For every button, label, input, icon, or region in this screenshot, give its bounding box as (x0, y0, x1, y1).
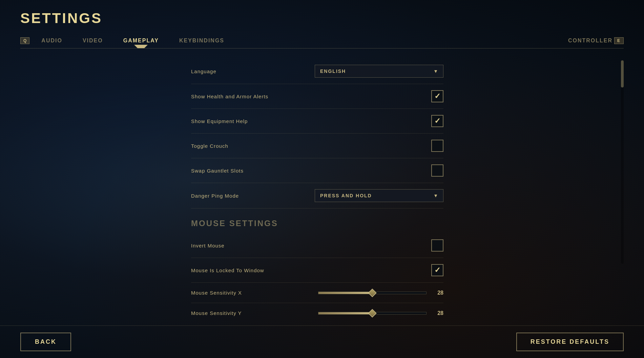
swap-gauntlet-control (293, 164, 443, 177)
invert-mouse-row: Invert Mouse (191, 233, 443, 258)
main-content: Language ENGLISH ▼ Show Health and Armor… (0, 48, 644, 325)
mouse-sensitivity-y-slider-container: 28 (293, 310, 443, 316)
mouse-locked-checkbox[interactable] (431, 264, 443, 276)
back-button[interactable]: BACK (20, 333, 71, 351)
language-dropdown[interactable]: ENGLISH ▼ (315, 65, 443, 78)
language-value: ENGLISH (320, 68, 433, 74)
invert-mouse-label: Invert Mouse (191, 243, 293, 248)
equipment-help-label: Show Equipment Help (191, 118, 293, 124)
page-title: SETTINGS (20, 10, 624, 26)
key-left[interactable]: Q (20, 37, 29, 44)
mouse-sensitivity-y-slider[interactable] (318, 312, 427, 315)
mouse-sensitivity-x-control: 28 (293, 290, 443, 296)
health-alerts-row: Show Health and Armor Alerts (191, 84, 443, 109)
bottom-bar: BACK RESTORE DEFAULTS (0, 325, 644, 358)
mouse-sensitivity-y-value: 28 (432, 310, 443, 316)
tab-video[interactable]: VIDEO (72, 34, 113, 48)
danger-ping-control: PRESS AND HOLD ▼ (293, 189, 443, 202)
language-control: ENGLISH ▼ (293, 65, 443, 78)
mouse-sensitivity-x-row: Mouse Sensitivity X 28 (191, 283, 443, 303)
invert-mouse-checkbox[interactable] (431, 239, 443, 252)
header: SETTINGS Q AUDIO VIDEO GAMEPLAY KEYBINDI… (0, 0, 644, 48)
language-label: Language (191, 68, 293, 74)
mouse-locked-row: Mouse Is Locked To Window (191, 258, 443, 283)
swap-gauntlet-label: Swap Gauntlet Slots (191, 168, 293, 174)
mouse-sensitivity-x-value: 28 (432, 290, 443, 296)
swap-gauntlet-row: Swap Gauntlet Slots (191, 158, 443, 183)
toggle-crouch-label: Toggle Crouch (191, 143, 293, 149)
danger-ping-value: PRESS AND HOLD (320, 193, 433, 198)
invert-mouse-control (293, 239, 443, 252)
mouse-sensitivity-y-row: Mouse Sensitivity Y 28 (191, 303, 443, 319)
mouse-locked-label: Mouse Is Locked To Window (191, 267, 293, 273)
equipment-help-control (293, 115, 443, 127)
language-row: Language ENGLISH ▼ (191, 59, 443, 84)
dropdown-arrow-icon: ▼ (433, 68, 438, 74)
danger-ping-arrow-icon: ▼ (433, 193, 438, 198)
mouse-sensitivity-y-control: 28 (293, 310, 443, 316)
equipment-help-checkbox[interactable] (431, 115, 443, 127)
scrollbar-thumb[interactable] (621, 60, 624, 87)
slider-fill-x (318, 292, 372, 294)
tab-controller[interactable]: CONTROLLER E (568, 33, 624, 48)
danger-ping-label: Danger Ping Mode (191, 193, 293, 199)
panel-wrapper: Language ENGLISH ▼ Show Health and Armor… (20, 55, 624, 319)
danger-ping-row: Danger Ping Mode PRESS AND HOLD ▼ (191, 183, 443, 208)
mouse-sensitivity-x-slider-container: 28 (293, 290, 443, 296)
slider-thumb-y[interactable] (368, 309, 376, 317)
mouse-sensitivity-y-label: Mouse Sensitivity Y (191, 310, 293, 316)
restore-defaults-button[interactable]: RESTORE DEFAULTS (516, 333, 624, 351)
mouse-sensitivity-x-label: Mouse Sensitivity X (191, 290, 293, 296)
health-alerts-checkbox[interactable] (431, 90, 443, 102)
danger-ping-dropdown[interactable]: PRESS AND HOLD ▼ (315, 189, 443, 202)
toggle-crouch-row: Toggle Crouch (191, 134, 443, 158)
settings-container: SETTINGS Q AUDIO VIDEO GAMEPLAY KEYBINDI… (0, 0, 644, 358)
equipment-help-row: Show Equipment Help (191, 109, 443, 134)
swap-gauntlet-checkbox[interactable] (431, 164, 443, 177)
toggle-crouch-checkbox[interactable] (431, 140, 443, 152)
health-alerts-control (293, 90, 443, 102)
scrollbar-track[interactable] (621, 60, 624, 264)
tab-audio[interactable]: AUDIO (31, 34, 72, 48)
settings-panel: Language ENGLISH ▼ Show Health and Armor… (191, 59, 449, 319)
slider-fill-y (318, 312, 372, 314)
nav-tabs: Q AUDIO VIDEO GAMEPLAY KEYBINDINGS CONTR… (20, 33, 624, 48)
mouse-locked-control (293, 264, 443, 276)
tab-gameplay[interactable]: GAMEPLAY (113, 34, 169, 48)
tab-keybindings[interactable]: KEYBINDINGS (169, 34, 234, 48)
slider-thumb-x[interactable] (368, 289, 376, 297)
key-right: E (614, 37, 624, 44)
mouse-settings-heading: MOUSE SETTINGS (191, 208, 443, 233)
mouse-sensitivity-x-slider[interactable] (318, 292, 427, 294)
toggle-crouch-control (293, 140, 443, 152)
health-alerts-label: Show Health and Armor Alerts (191, 94, 293, 99)
